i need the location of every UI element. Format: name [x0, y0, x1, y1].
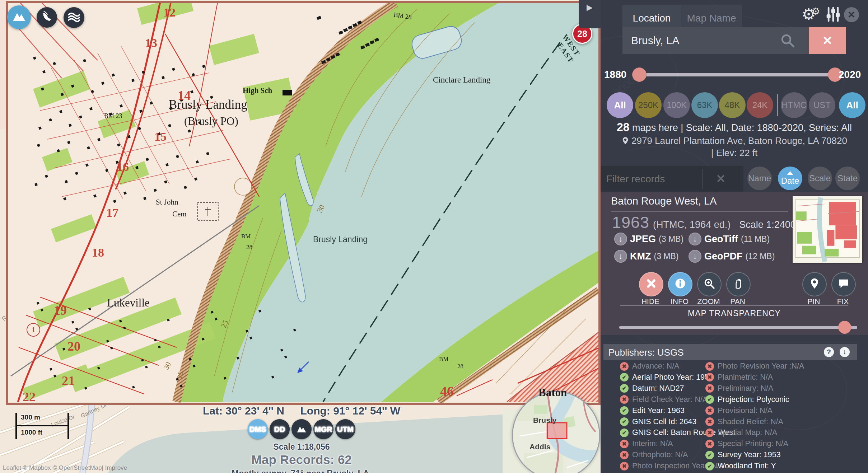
- scale-filter-all-0[interactable]: All: [607, 92, 633, 118]
- filter-divider: [702, 169, 703, 189]
- record-edition: (HTMC, 1964 ed.): [653, 219, 731, 230]
- minimap-viewport-rect: [547, 423, 567, 439]
- info-icon: [674, 277, 686, 291]
- check-icon: ✔: [705, 395, 714, 404]
- scale-filter-htmc-6[interactable]: HTMC: [781, 92, 807, 118]
- scale-filter-100k-2[interactable]: 100K: [663, 92, 690, 118]
- hydro-layer-button[interactable]: [64, 7, 84, 28]
- record-year-line: 1963 (HTMC, 1964 ed.) Scale 1:24000: [612, 213, 801, 232]
- collapse-section-icon[interactable]: ↓: [840, 347, 850, 357]
- scale-filter-all-8[interactable]: All: [839, 92, 865, 118]
- check-icon: ✔: [620, 428, 629, 437]
- cross-icon: ✖: [705, 406, 714, 415]
- coord-format-elevation[interactable]: [291, 419, 312, 439]
- side-panel: 30002000100030002000 Location Map Name ⚙…: [601, 0, 868, 473]
- weather-readout: Mostly sunny, 71° near Brusly, LA.: [187, 468, 416, 473]
- scale-filter-24k-5[interactable]: 24K: [747, 92, 773, 118]
- scalebar-bar: [15, 425, 69, 426]
- sort-button-date[interactable]: Date: [778, 167, 802, 190]
- cross-icon: ✖: [620, 362, 629, 371]
- scalebar-metric-label: 300 m: [21, 413, 40, 421]
- download-arrow-icon: ↓: [689, 250, 701, 263]
- hide-button[interactable]: [639, 272, 663, 296]
- filter-sliders-icon[interactable]: [825, 6, 841, 22]
- fix-button[interactable]: [831, 272, 856, 296]
- info-button[interactable]: [668, 272, 692, 296]
- publisher-field-left-3: ✖Field Check Year: N/A: [620, 395, 708, 404]
- download-jpeg[interactable]: ↓JPEG(3 MB): [614, 233, 683, 245]
- year-slider-track[interactable]: [638, 73, 832, 76]
- transparency-slider-handle[interactable]: [838, 321, 851, 334]
- cross-icon: ✖: [620, 440, 629, 448]
- download-arrow-icon: ↓: [614, 250, 627, 263]
- coordinate-format-buttons: DMSDDMGRUTM: [187, 419, 416, 439]
- filter-clear-button[interactable]: ✕: [708, 166, 733, 192]
- record-year: 1963: [612, 213, 649, 232]
- record-card: Baton Rouge West, LA 1963 (HTMC, 1964 ed…: [601, 192, 868, 335]
- transparency-label: MAP TRANSPARENCY: [601, 309, 868, 318]
- scale-filter-63k-3[interactable]: 63K: [691, 92, 718, 118]
- filter-records-input[interactable]: [606, 171, 697, 187]
- attribution: Leaflet © Mapbox © OpenStreetMap| Improv…: [3, 464, 127, 472]
- scale-filter-250k-1[interactable]: 250K: [635, 92, 662, 118]
- publisher-field-right-1: ✖Planimetric: N/A: [705, 373, 773, 382]
- year-min-label: 1880: [604, 69, 626, 80]
- publisher-field-right-5: ✖Shaded Relief: N/A: [705, 417, 783, 426]
- clear-x-icon: ✕: [716, 172, 726, 186]
- satellite-layer-button[interactable]: [37, 7, 57, 28]
- coord-format-utm[interactable]: UTM: [335, 419, 355, 439]
- pan-button[interactable]: [726, 272, 751, 296]
- map-label-baton: Baton: [538, 386, 567, 399]
- zoomin-icon: [703, 277, 715, 291]
- cross-icon: ✖: [620, 451, 629, 459]
- coord-format-dms[interactable]: DMS: [248, 419, 268, 439]
- check-icon: ✔: [705, 451, 714, 459]
- pin-button[interactable]: [802, 272, 827, 296]
- historic-topo-overlay[interactable]: 121314151617181920212246BM 23High SchBru…: [6, 1, 601, 405]
- scale-filter-ust-7[interactable]: UST: [809, 92, 835, 118]
- search-clear-button[interactable]: ✕: [809, 27, 846, 54]
- x-icon: [645, 277, 657, 291]
- publisher-field-left-2: ✔Datum: NAD27: [620, 384, 684, 393]
- panel-collapse-tab[interactable]: ▶: [579, 0, 601, 28]
- scale-filter-48k-4[interactable]: 48K: [719, 92, 746, 118]
- record-thumbnail[interactable]: [793, 196, 862, 263]
- search-icon: [780, 33, 795, 48]
- close-icon[interactable]: ✕: [844, 7, 859, 22]
- maps-here-count: 28: [617, 121, 630, 134]
- download-kmz[interactable]: ↓KMZ(3 MB): [614, 250, 678, 263]
- zoom-button[interactable]: [697, 272, 722, 296]
- record-title-underline: [611, 211, 788, 212]
- location-pin-icon: [621, 136, 629, 145]
- check-icon: ✔: [620, 384, 629, 393]
- coord-format-mgr[interactable]: MGR: [313, 419, 333, 439]
- sort-button-scale[interactable]: Scale: [808, 167, 832, 190]
- record-title: Baton Rouge West, LA: [611, 195, 717, 207]
- minimap[interactable]: BruslyAddis: [512, 391, 600, 473]
- year-slider-handle-min[interactable]: [632, 67, 647, 82]
- download-geotiff[interactable]: ↓GeoTiff(11 MB): [689, 233, 770, 245]
- settings-gear-icon[interactable]: ⚙⚙: [802, 5, 825, 23]
- publisher-field-right-3: ✔Projection: Polyconic: [705, 395, 789, 404]
- sort-button-state[interactable]: State: [835, 167, 860, 190]
- minimap-label-brusly: Brusly: [533, 416, 556, 425]
- improve-link[interactable]: Improve: [105, 464, 127, 471]
- filter-records-box: ✕: [601, 166, 743, 192]
- cross-icon: ✖: [705, 417, 714, 426]
- transparency-slider-track[interactable]: [619, 326, 857, 329]
- pin-icon: [808, 277, 821, 291]
- mountains-icon: [12, 9, 27, 25]
- publisher-field-right-2: ✖Preliminary: N/A: [705, 384, 773, 393]
- chat-icon: [837, 277, 850, 291]
- coord-format-dd[interactable]: DD: [270, 419, 290, 439]
- help-icon[interactable]: ?: [824, 347, 834, 357]
- publisher-field-left-0: ✖Advance: N/A: [620, 362, 679, 371]
- search-input[interactable]: [622, 27, 829, 54]
- sort-button-name[interactable]: Name: [747, 167, 772, 190]
- cross-icon: ✖: [620, 395, 629, 404]
- topo-layer-button[interactable]: [7, 5, 31, 29]
- map-scale-readout: Scale 1:18,056: [187, 442, 416, 452]
- download-geopdf[interactable]: ↓GeoPDF(12 MB): [689, 250, 775, 263]
- check-icon: ✔: [620, 417, 629, 426]
- card-divider: [620, 305, 848, 306]
